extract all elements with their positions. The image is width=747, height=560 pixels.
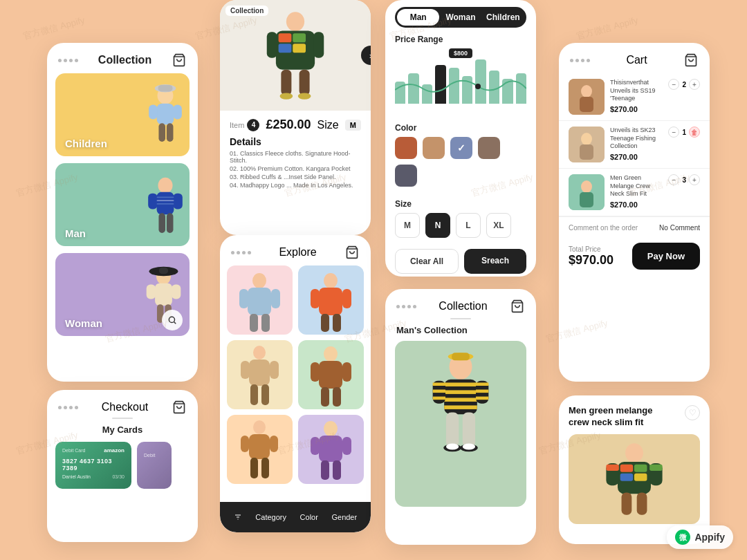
- decrease-qty-2[interactable]: −: [668, 127, 679, 138]
- size-m[interactable]: M: [395, 213, 420, 238]
- tab-children[interactable]: Children: [482, 9, 524, 26]
- decrease-qty-1[interactable]: −: [668, 79, 679, 90]
- svg-rect-49: [311, 289, 320, 308]
- size-xl[interactable]: XL: [486, 213, 511, 238]
- size-label: Size: [395, 199, 526, 209]
- svg-point-53: [253, 346, 266, 360]
- svg-rect-126: [637, 492, 647, 514]
- svg-rect-14: [167, 213, 174, 233]
- debit-card-2-partial[interactable]: Debit: [137, 442, 172, 489]
- svg-point-59: [324, 346, 338, 362]
- svg-point-103: [463, 443, 475, 449]
- collection-item-man[interactable]: Man: [55, 163, 190, 246]
- cart-item-1-qty: − 2 +: [668, 79, 700, 90]
- svg-rect-107: [580, 97, 593, 112]
- collection-item-woman[interactable]: Woman: [55, 253, 190, 336]
- size-l[interactable]: L: [456, 213, 481, 238]
- increase-qty-3[interactable]: +: [689, 174, 700, 185]
- mans-collection-subtitle: Man's Collection: [385, 325, 536, 341]
- svg-rect-99: [463, 412, 475, 447]
- swatch-1[interactable]: [395, 137, 417, 159]
- delete-item-2[interactable]: 🗑: [689, 127, 700, 138]
- checkout-dots-icon[interactable]: [58, 406, 78, 409]
- svg-rect-113: [580, 192, 593, 207]
- svg-rect-69: [250, 458, 258, 478]
- explore-item-6[interactable]: [298, 415, 364, 484]
- cart-cart-icon[interactable]: [683, 53, 699, 68]
- svg-rect-37: [299, 70, 310, 96]
- filter-actions: Clear All Sreach: [385, 243, 536, 277]
- debit-card-1[interactable]: Debit Card amazon 3827 4637 3103 7389 Da…: [55, 442, 131, 489]
- swatch-2[interactable]: [423, 137, 445, 159]
- svg-point-38: [280, 93, 293, 99]
- search-circle-icon[interactable]: [162, 310, 183, 330]
- explore-dots-icon[interactable]: [231, 251, 251, 254]
- swatch-4[interactable]: [478, 137, 500, 159]
- svg-rect-120: [634, 473, 647, 480]
- explore-item-5[interactable]: [227, 415, 293, 484]
- cart-dots-icon[interactable]: [570, 59, 590, 62]
- svg-rect-68: [270, 436, 278, 452]
- swatch-3-selected[interactable]: [450, 137, 472, 159]
- swatch-5[interactable]: [395, 165, 417, 187]
- dots-menu-icon[interactable]: [58, 59, 78, 62]
- svg-point-9: [158, 178, 173, 194]
- product-price: £250.00: [266, 118, 311, 132]
- svg-rect-125: [622, 492, 632, 514]
- filter-icon-btn[interactable]: [234, 513, 242, 521]
- decrease-qty-3[interactable]: −: [668, 174, 679, 185]
- clear-all-button[interactable]: Clear All: [395, 249, 459, 274]
- increase-qty-1[interactable]: +: [689, 79, 700, 90]
- svg-rect-124: [649, 465, 662, 471]
- cart-icon[interactable]: [172, 53, 187, 68]
- detail-item-2: 02. 100% Premium Cotton. Kangara Pocket: [230, 165, 361, 172]
- explore-header: Explore: [220, 235, 371, 265]
- cart-item-1-name: Thisisnverthat Unveils its SS19 'Teenage: [610, 79, 663, 103]
- svg-rect-96: [476, 389, 488, 393]
- cart-item-2-qty: − 1 🗑: [668, 127, 700, 138]
- collection2-cart-icon[interactable]: [510, 299, 525, 314]
- explore-cart-icon[interactable]: [344, 245, 360, 260]
- size-section: Size M N L XL: [385, 199, 536, 243]
- svg-rect-36: [281, 70, 291, 96]
- explore-item-1[interactable]: [227, 265, 293, 335]
- pay-now-button[interactable]: Pay Now: [632, 243, 700, 270]
- cart-comment-row: Comment on the order No Comment: [559, 216, 710, 239]
- svg-rect-30: [267, 32, 277, 58]
- item-number: 4: [247, 119, 259, 131]
- color-filter-btn[interactable]: Color: [300, 513, 318, 521]
- explore-item-2[interactable]: [298, 265, 364, 335]
- collection2-card: Collection Man's Collection: [385, 289, 536, 545]
- collection-title: Collection: [98, 54, 151, 66]
- collection-item-children[interactable]: Children: [55, 73, 190, 156]
- svg-rect-11: [148, 194, 157, 209]
- price-range-label: Price Range: [395, 35, 526, 44]
- appify-label: Appify: [694, 532, 725, 543]
- checkout-header: Checkout: [47, 390, 198, 418]
- svg-rect-73: [311, 437, 320, 455]
- explore-item-3[interactable]: [227, 340, 293, 409]
- svg-rect-118: [634, 465, 647, 472]
- details-heading: Details: [230, 136, 361, 147]
- svg-rect-8: [158, 85, 173, 92]
- collection2-dots-icon[interactable]: [396, 305, 416, 308]
- svg-point-71: [324, 421, 338, 436]
- checkout-cart-icon[interactable]: [172, 400, 187, 415]
- card-1-holder: Daniel Austin: [62, 474, 91, 479]
- svg-rect-21: [155, 283, 172, 306]
- next-arrow-btn[interactable]: ›: [361, 46, 371, 65]
- tab-woman[interactable]: Woman: [439, 9, 481, 26]
- filter-tabs: Man Woman Children: [395, 7, 526, 28]
- size-n[interactable]: N: [425, 213, 450, 238]
- qty-1-value: 2: [682, 81, 686, 88]
- comment-value: No Comment: [659, 224, 700, 232]
- tab-man[interactable]: Man: [397, 9, 439, 26]
- cart-item-2-name: Unveils its SK23 Teenage Fishing Collect…: [610, 127, 663, 151]
- svg-rect-91: [433, 382, 445, 386]
- search-button[interactable]: Sreach: [464, 249, 526, 274]
- explore-item-4[interactable]: [298, 340, 364, 409]
- heart-icon[interactable]: ♡: [685, 405, 700, 420]
- gender-filter-btn[interactable]: Gender: [331, 513, 357, 521]
- explore-title: Explore: [279, 246, 316, 259]
- category-filter-btn[interactable]: Category: [255, 513, 286, 521]
